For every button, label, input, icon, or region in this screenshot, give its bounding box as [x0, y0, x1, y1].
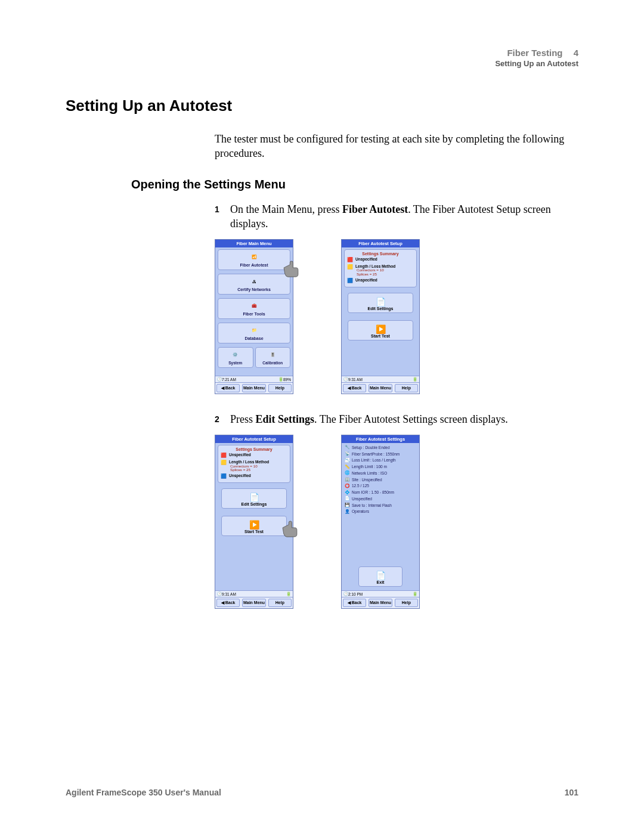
help-button[interactable]: Help: [268, 384, 292, 392]
step-1: 1 On the Main Menu, press Fiber Autotest…: [215, 202, 578, 231]
battery-icon: 🔋: [413, 377, 417, 382]
unspec-icon: 📄: [344, 496, 350, 501]
list-item[interactable]: 🏢Site : Unspecified: [343, 476, 418, 483]
gear-icon: ⚙️: [219, 350, 252, 360]
device-autotest-setup-2: Fiber Autotest Setup Settings Summary 🟥U…: [215, 435, 293, 609]
clock-icon: 🕒: [343, 377, 348, 382]
clock-icon: 🕒: [343, 592, 348, 596]
main-menu-button[interactable]: Main Menu: [242, 384, 265, 392]
limit-icon: 🟨: [221, 460, 227, 466]
help-button[interactable]: Help: [395, 599, 418, 607]
device-titlebar: Fiber Autotest Setup: [342, 240, 419, 247]
menu-item-database[interactable]: 📁 Database: [218, 323, 290, 343]
start-test-button[interactable]: ▶️ Start Test: [348, 320, 413, 340]
list-item[interactable]: 💠Nom IOR : 1.50 - 850nm: [343, 490, 418, 496]
toolbox-icon: 🧰: [219, 301, 289, 311]
ior-icon: 💠: [344, 490, 350, 496]
chapter-number: 4: [574, 48, 578, 58]
main-menu-button[interactable]: Main Menu: [369, 384, 392, 392]
back-button[interactable]: ◀ Back: [216, 599, 240, 607]
list-item[interactable]: 📄Unspecified: [343, 496, 418, 502]
battery-icon: 🔋: [278, 377, 283, 382]
list-item[interactable]: 💾Save to : Internal Flash: [343, 502, 418, 509]
section-name: Setting Up an Autotest: [66, 59, 578, 68]
edit-settings-button[interactable]: 📄 Edit Settings: [221, 488, 287, 509]
save-icon: 💾: [344, 503, 350, 508]
clock-icon: 🕒: [217, 592, 222, 596]
device-autotest-settings: Fiber Autotest Settings 🔧Setup : Double …: [341, 435, 420, 609]
heading-2: Opening the Settings Menu: [131, 178, 578, 191]
status-bar: 🕒 2:10 PM 🔋: [342, 590, 419, 597]
list-item[interactable]: 🌐Network Limits : ISO: [343, 470, 418, 476]
back-button[interactable]: ◀ Back: [343, 384, 366, 392]
list-item[interactable]: 📡Fiber SmartProbe : 1550nm: [343, 451, 418, 457]
device-main-menu: Fiber Main Menu 📶 Fiber Autotest 🖧 Certi…: [215, 239, 293, 394]
device-titlebar: Fiber Autotest Setup: [215, 435, 293, 443]
back-button[interactable]: ◀ Back: [343, 599, 366, 607]
menu-item-system[interactable]: ⚙️ System: [218, 347, 253, 368]
start-test-button[interactable]: ▶️ Start Test: [221, 516, 287, 536]
heading-1: Setting Up an Autotest: [66, 97, 578, 115]
folder-icon: 📁: [219, 326, 289, 335]
main-menu-button[interactable]: Main Menu: [242, 599, 265, 607]
page-footer: Agilent FrameScope 350 User's Manual 101: [66, 788, 578, 797]
menu-item-fiber-autotest[interactable]: 📶 Fiber Autotest: [218, 249, 290, 270]
document-icon: 📄: [349, 297, 411, 306]
settings-summary: Settings Summary 🟥Unspecified 🟨Length / …: [344, 249, 417, 287]
step-text: Press Edit Settings. The Fiber Autotest …: [230, 412, 578, 426]
settings-list: 🔧Setup : Double Ended 📡Fiber SmartProbe …: [343, 444, 418, 515]
step-number: 2: [215, 412, 223, 426]
fiber-icon: 🟦: [221, 473, 227, 479]
footer-title: Agilent FrameScope 350 User's Manual: [66, 788, 221, 797]
exit-icon: 📄: [360, 571, 401, 580]
site-icon: 🟥: [347, 257, 353, 263]
menu-item-certify[interactable]: 🖧 Certify Networks: [218, 274, 290, 295]
back-button[interactable]: ◀ Back: [216, 384, 240, 392]
list-item[interactable]: 📏Length Limit : 100 m: [343, 464, 418, 470]
battery-icon: 🔋: [413, 592, 417, 596]
intro-paragraph: The tester must be configured for testin…: [215, 132, 578, 161]
list-item[interactable]: 🔧Setup : Double Ended: [343, 444, 418, 451]
chapter-name: Fiber Testing: [507, 48, 562, 58]
list-item[interactable]: 📉Loss Limit : Loss / Length: [343, 457, 418, 464]
pointing-hand-icon: [281, 258, 301, 278]
device-autotest-setup: Fiber Autotest Setup Settings Summary 🟥U…: [341, 239, 420, 394]
screenshot-row-1: Fiber Main Menu 📶 Fiber Autotest 🖧 Certi…: [215, 239, 578, 394]
play-icon: ▶️: [349, 324, 411, 334]
list-item[interactable]: ⭕12.5 / 125: [343, 483, 418, 490]
menu-item-calibration[interactable]: 🎚️ Calibration: [255, 347, 291, 368]
help-button[interactable]: Help: [395, 384, 418, 392]
length-icon: 📏: [344, 465, 350, 470]
main-menu-button[interactable]: Main Menu: [369, 599, 392, 607]
clock-icon: 🕒: [217, 377, 222, 382]
probe-icon: 📡: [344, 451, 350, 457]
page-header: Fiber Testing 4 Setting Up an Autotest: [66, 48, 578, 68]
menu-item-tools[interactable]: 🧰 Fiber Tools: [218, 298, 290, 319]
edit-settings-button[interactable]: 📄 Edit Settings: [348, 293, 413, 313]
core-icon: ⭕: [344, 484, 350, 489]
screenshot-row-2: Fiber Autotest Setup Settings Summary 🟥U…: [215, 435, 578, 609]
limit-icon: 🟨: [347, 264, 353, 270]
exit-button[interactable]: 📄 Exit: [358, 566, 402, 587]
document-icon: 📄: [223, 493, 285, 502]
play-icon: ▶️: [223, 520, 285, 529]
site-icon: 🏢: [344, 477, 350, 482]
operator-icon: 👤: [344, 509, 350, 515]
step-2: 2 Press Edit Settings. The Fiber Autotes…: [215, 412, 578, 426]
dial-icon: 🎚️: [257, 350, 289, 360]
network-icon: 🖧: [219, 277, 289, 286]
status-bar: 🕒 7:21 AM 🔋 89%: [215, 376, 293, 382]
status-bar: 🕒 9:31 AM 🔋: [215, 590, 293, 597]
fiber-icon: 🟦: [347, 278, 353, 284]
help-button[interactable]: Help: [268, 599, 292, 607]
battery-icon: 🔋: [286, 592, 291, 596]
page-number: 101: [565, 788, 578, 797]
step-text: On the Main Menu, press Fiber Autotest. …: [230, 202, 578, 231]
device-titlebar: Fiber Autotest Settings: [342, 435, 419, 443]
list-item[interactable]: 👤Operators: [343, 509, 418, 515]
settings-summary: Settings Summary 🟥Unspecified 🟨Length / …: [218, 445, 290, 483]
device-titlebar: Fiber Main Menu: [215, 240, 293, 247]
pointing-hand-icon: [280, 518, 300, 538]
tester-icon: 📶: [219, 252, 289, 262]
site-icon: 🟥: [221, 453, 227, 459]
